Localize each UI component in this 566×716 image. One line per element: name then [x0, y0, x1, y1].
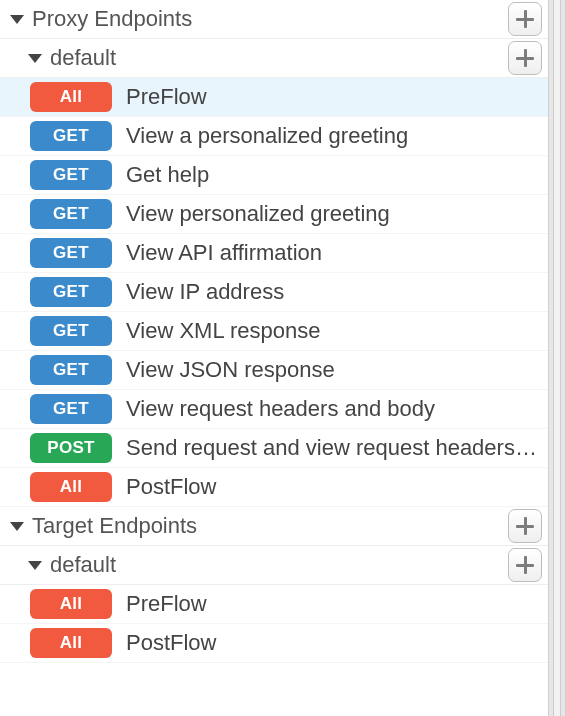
method-badge: GET: [30, 199, 112, 229]
method-badge: All: [30, 628, 112, 658]
flow-item[interactable]: GETView XML response: [0, 312, 548, 351]
flow-item[interactable]: GETView a personalized greeting: [0, 117, 548, 156]
flow-label: View IP address: [126, 279, 540, 305]
proxy-flow-list: AllPreFlowGETView a personalized greetin…: [0, 78, 548, 507]
flow-item[interactable]: AllPreFlow: [0, 585, 548, 624]
flow-item[interactable]: GETView personalized greeting: [0, 195, 548, 234]
section-header-proxy-endpoints[interactable]: Proxy Endpoints: [0, 0, 548, 39]
group-header-target-default[interactable]: default: [0, 546, 548, 585]
flow-item[interactable]: AllPostFlow: [0, 468, 548, 507]
flow-label: PostFlow: [126, 474, 540, 500]
navigator-panel: Proxy Endpoints default AllPreFlowGETVie…: [0, 0, 548, 716]
group-title: default: [50, 552, 116, 578]
method-badge: POST: [30, 433, 112, 463]
flow-item[interactable]: GETView API affirmation: [0, 234, 548, 273]
plus-icon: [524, 517, 527, 535]
method-badge: All: [30, 472, 112, 502]
flow-label: View JSON response: [126, 357, 540, 383]
flow-item[interactable]: AllPreFlow: [0, 78, 548, 117]
plus-icon: [524, 10, 527, 28]
method-badge: GET: [30, 355, 112, 385]
caret-down-icon: [10, 15, 24, 24]
method-badge: GET: [30, 394, 112, 424]
caret-down-icon: [10, 522, 24, 531]
section-title: Proxy Endpoints: [32, 6, 192, 32]
method-badge: All: [30, 82, 112, 112]
flow-item[interactable]: GETView IP address: [0, 273, 548, 312]
flow-item[interactable]: POSTSend request and view request header…: [0, 429, 548, 468]
flow-item[interactable]: GETView JSON response: [0, 351, 548, 390]
add-proxy-flow-button[interactable]: [508, 41, 542, 75]
group-header-proxy-default[interactable]: default: [0, 39, 548, 78]
method-badge: GET: [30, 121, 112, 151]
method-badge: All: [30, 589, 112, 619]
group-title: default: [50, 45, 116, 71]
flow-label: Send request and view request headers an…: [126, 435, 540, 461]
flow-item[interactable]: GETView request headers and body: [0, 390, 548, 429]
plus-icon: [524, 49, 527, 67]
add-proxy-endpoint-button[interactable]: [508, 2, 542, 36]
method-badge: GET: [30, 316, 112, 346]
section-title: Target Endpoints: [32, 513, 197, 539]
flow-label: View request headers and body: [126, 396, 540, 422]
add-target-endpoint-button[interactable]: [508, 509, 542, 543]
flow-label: PreFlow: [126, 591, 540, 617]
caret-down-icon: [28, 561, 42, 570]
flow-item[interactable]: AllPostFlow: [0, 624, 548, 663]
flow-label: View XML response: [126, 318, 540, 344]
vertical-scrollbar[interactable]: [548, 0, 566, 716]
flow-label: Get help: [126, 162, 540, 188]
scrollbar-track: [553, 0, 561, 716]
flow-item[interactable]: GETGet help: [0, 156, 548, 195]
add-target-flow-button[interactable]: [508, 548, 542, 582]
method-badge: GET: [30, 160, 112, 190]
target-flow-list: AllPreFlowAllPostFlow: [0, 585, 548, 663]
section-header-target-endpoints[interactable]: Target Endpoints: [0, 507, 548, 546]
method-badge: GET: [30, 238, 112, 268]
flow-label: View API affirmation: [126, 240, 540, 266]
flow-label: View a personalized greeting: [126, 123, 540, 149]
method-badge: GET: [30, 277, 112, 307]
flow-label: PreFlow: [126, 84, 540, 110]
caret-down-icon: [28, 54, 42, 63]
plus-icon: [524, 556, 527, 574]
flow-label: View personalized greeting: [126, 201, 540, 227]
flow-label: PostFlow: [126, 630, 540, 656]
